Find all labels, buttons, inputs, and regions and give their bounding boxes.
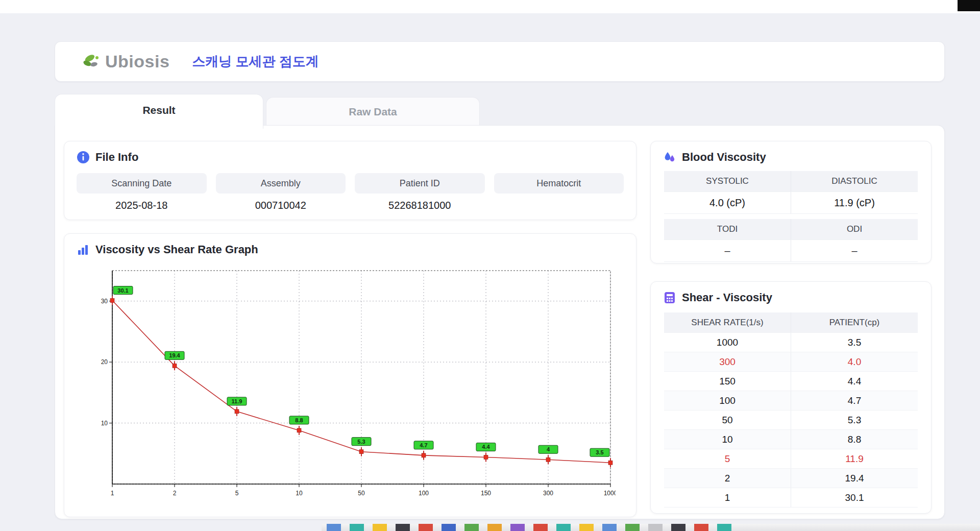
shear-row: 150 4.4 [664, 372, 918, 391]
hematocrit-label: Hematocrit [494, 173, 624, 194]
field-patient-id: Patient ID 52268181000 [355, 173, 485, 217]
svg-text:50: 50 [358, 490, 365, 497]
shear-rate-cell: 10 [664, 430, 791, 449]
viscosity-chart: 1251050100150300100010203030.119.411.98.… [97, 266, 616, 505]
svg-text:2: 2 [173, 490, 177, 497]
field-hematocrit: Hematocrit [494, 173, 624, 217]
patient-cell: 19.4 [791, 469, 918, 488]
patient-header: PATIENT(cp) [791, 312, 918, 332]
svg-text:10: 10 [296, 490, 303, 497]
patient-cell: 30.1 [791, 488, 918, 507]
page-title: 스캐닝 모세관 점도계 [192, 53, 318, 70]
assembly-label: Assembly [216, 173, 346, 194]
shear-rate-cell: 1 [664, 488, 791, 507]
window-corner-bar [958, 0, 980, 11]
shear-row: 300 4.0 [664, 352, 918, 372]
patient-cell: 4.0 [791, 352, 918, 371]
tab-raw-data[interactable]: Raw Data [266, 97, 480, 126]
diastolic-value: 11.9 (cP) [791, 192, 918, 213]
shear-row: 10 8.8 [664, 430, 918, 449]
scanning-date-label: Scanning Date [77, 173, 207, 194]
shear-rate-cell: 100 [664, 391, 791, 410]
shear-row: 2 19.4 [664, 469, 918, 488]
svg-text:5.3: 5.3 [357, 439, 365, 445]
systolic-header: SYSTOLIC [664, 171, 791, 191]
svg-text:3.5: 3.5 [596, 449, 603, 455]
patient-cell: 8.8 [791, 430, 918, 449]
svg-text:150: 150 [481, 490, 491, 497]
blood-viscosity-title: Blood Viscosity [682, 151, 766, 164]
svg-text:4.7: 4.7 [420, 442, 427, 448]
todi-value: – [664, 240, 791, 261]
shear-rate-cell: 150 [664, 372, 791, 391]
svg-text:19.4: 19.4 [169, 352, 180, 358]
patient-cell: 4.4 [791, 372, 918, 391]
svg-text:10: 10 [101, 420, 108, 427]
assembly-value: 000710042 [216, 194, 346, 217]
taskbar-peek[interactable] [322, 524, 980, 531]
file-info-fields: Scanning Date 2025-08-18 Assembly 000710… [77, 173, 624, 217]
ubiosis-logo-icon [82, 52, 102, 71]
shear-row: 100 4.7 [664, 391, 918, 411]
logo-text: Ubiosis [105, 52, 169, 71]
shear-row: 50 5.3 [664, 411, 918, 430]
diastolic-header: DIASTOLIC [791, 171, 918, 191]
blood-viscosity-panel: Blood Viscosity SYSTOLIC DIASTOLIC 4.0 (… [650, 141, 932, 263]
svg-text:30.1: 30.1 [117, 287, 128, 294]
patient-id-value: 52268181000 [355, 194, 485, 217]
shear-rate-header: SHEAR RATE(1/s) [664, 312, 791, 332]
shear-row: 1000 3.5 [664, 333, 918, 352]
systolic-value: 4.0 (cP) [664, 192, 791, 213]
patient-cell: 4.7 [791, 391, 918, 410]
todi-odi-table: TODI ODI – – [664, 219, 918, 262]
svg-text:4: 4 [547, 446, 550, 452]
systolic-diastolic-table: SYSTOLIC DIASTOLIC 4.0 (cP) 11.9 (cP) [664, 171, 918, 214]
svg-text:4.4: 4.4 [482, 444, 490, 450]
patient-id-label: Patient ID [355, 173, 485, 194]
svg-text:100: 100 [419, 490, 429, 497]
patient-cell: 5.3 [791, 411, 918, 429]
odi-header: ODI [791, 219, 918, 239]
svg-text:300: 300 [543, 490, 553, 497]
shear-viscosity-title: Shear - Viscosity [682, 291, 772, 304]
graph-title: Viscosity vs Shear Rate Graph [95, 243, 258, 256]
file-info-panel: File Info Scanning Date 2025-08-18 Assem… [64, 141, 636, 220]
odi-value: – [791, 240, 918, 261]
droplets-icon [663, 151, 676, 164]
tab-result[interactable]: Result [55, 94, 263, 129]
app-header: Ubiosis 스캐닝 모세관 점도계 [55, 41, 945, 82]
app-window: Ubiosis 스캐닝 모세관 점도계 Result Raw Data File… [0, 0, 980, 531]
info-icon [77, 151, 90, 164]
shear-rate-cell: 1000 [664, 333, 791, 352]
top-strip [0, 0, 980, 13]
shear-row: 5 11.9 [664, 449, 918, 469]
shear-table-header: SHEAR RATE(1/s) PATIENT(cp) [664, 312, 918, 333]
viscosity-chart-svg: 1251050100150300100010203030.119.411.98.… [97, 266, 616, 505]
svg-text:1: 1 [111, 490, 114, 497]
shear-rate-cell: 300 [664, 352, 791, 371]
viscosity-graph-panel: Viscosity vs Shear Rate Graph 1251050100… [64, 233, 636, 517]
ubiosis-logo: Ubiosis [82, 52, 169, 71]
hematocrit-value [494, 194, 624, 217]
patient-cell: 3.5 [791, 333, 918, 352]
svg-text:1000: 1000 [604, 490, 616, 497]
calculator-icon [663, 291, 676, 304]
todi-header: TODI [664, 219, 791, 239]
shear-viscosity-table: SHEAR RATE(1/s) PATIENT(cp) 1000 3.5 300… [664, 312, 918, 508]
shear-rate-cell: 50 [664, 411, 791, 429]
field-scanning-date: Scanning Date 2025-08-18 [77, 173, 207, 217]
shear-row: 1 30.1 [664, 488, 918, 508]
bar-chart-icon [77, 243, 90, 256]
shear-rate-cell: 2 [664, 469, 791, 488]
svg-text:30: 30 [101, 298, 108, 305]
scanning-date-value: 2025-08-18 [77, 194, 207, 217]
svg-text:8.8: 8.8 [295, 417, 303, 423]
field-assembly: Assembly 000710042 [216, 173, 346, 217]
svg-text:5: 5 [235, 490, 239, 497]
file-info-title: File Info [95, 151, 138, 164]
patient-cell: 11.9 [791, 449, 918, 468]
shear-viscosity-panel: Shear - Viscosity SHEAR RATE(1/s) PATIEN… [650, 281, 932, 514]
svg-text:11.9: 11.9 [232, 398, 242, 404]
shear-rate-cell: 5 [664, 449, 791, 468]
svg-text:20: 20 [101, 358, 108, 366]
